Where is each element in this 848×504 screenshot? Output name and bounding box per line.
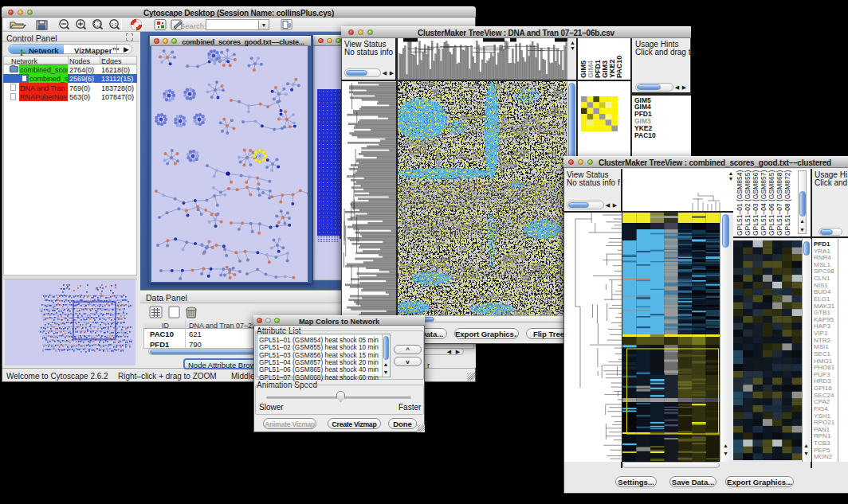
- svg-text:GPL51–01 (GSM854): GPL51–01 (GSM854): [736, 170, 744, 236]
- svg-text:GPL51–07 (GSM868): GPL51–07 (GSM868): [775, 170, 783, 236]
- svg-text:GPL51–02 (GSM855): GPL51–02 (GSM855): [744, 170, 752, 236]
- svg-text:1:1: 1:1: [111, 22, 117, 27]
- svg-text:GPL51–03 (GSM856): GPL51–03 (GSM856): [752, 170, 760, 236]
- svg-text:GPL51–04 (GSM857): GPL51–04 (GSM857): [760, 170, 768, 236]
- svg-text:PAC10: PAC10: [615, 56, 623, 78]
- svg-text:GPL51–08 (GSM872): GPL51–08 (GSM872): [783, 170, 791, 236]
- svg-text:GPL51–06 (GSM865): GPL51–06 (GSM865): [768, 170, 775, 236]
